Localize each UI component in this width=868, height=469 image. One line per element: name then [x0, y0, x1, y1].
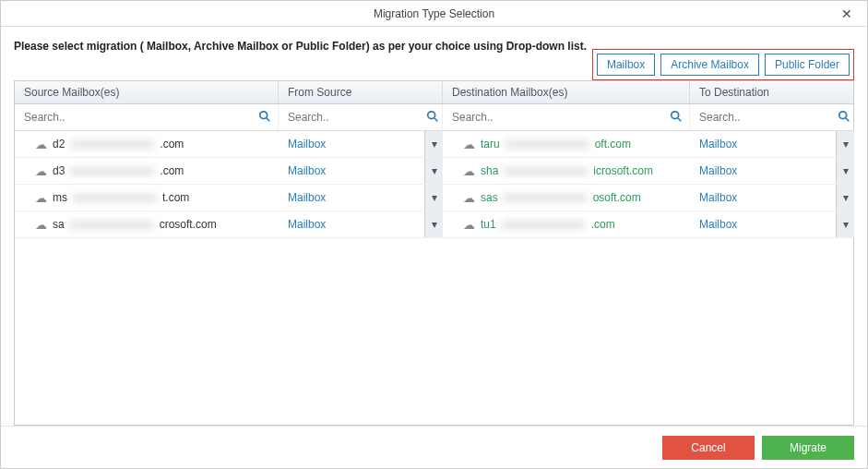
mailbox-text: taru — [481, 138, 500, 150]
dropdown-value: Mailbox — [288, 164, 326, 177]
mailbox-text: tu1 — [481, 218, 496, 231]
redacted-text: xxxxxxxxxxxxxx — [70, 218, 154, 231]
cancel-button[interactable]: Cancel — [662, 436, 755, 460]
chevron-down-icon[interactable]: ▾ — [836, 185, 854, 210]
cloud-icon: ☁ — [35, 138, 47, 151]
to-dest-dropdown[interactable]: Mailbox▾ — [690, 131, 854, 157]
from-source-dropdown[interactable]: Mailbox▾ — [279, 185, 443, 210]
search-icon[interactable] — [667, 110, 685, 126]
mailbox-text: .com — [160, 164, 184, 177]
mailbox-text: oft.com — [595, 138, 631, 150]
search-icon[interactable] — [256, 110, 274, 126]
chevron-down-icon[interactable]: ▾ — [424, 158, 443, 184]
redacted-text: xxxxxxxxxxxxxx — [504, 191, 588, 204]
cloud-icon: ☁ — [463, 191, 475, 205]
column-headers: Source Mailbox(es) From Source Destinati… — [15, 81, 853, 104]
dropdown-value: Mailbox — [699, 218, 737, 231]
to-dest-dropdown[interactable]: Mailbox▾ — [690, 185, 854, 210]
mailbox-text: osoft.com — [593, 191, 641, 204]
svg-point-6 — [839, 111, 847, 118]
search-icon[interactable] — [426, 110, 439, 126]
search-row — [15, 104, 853, 131]
from-source-dropdown[interactable]: Mailbox▾ — [279, 131, 443, 157]
from-source-dropdown[interactable]: Mailbox▾ — [279, 211, 443, 237]
search-from-source[interactable] — [288, 111, 426, 124]
title-bar: Migration Type Selection ✕ — [1, 1, 867, 27]
redacted-text: xxxxxxxxxxxxxx — [70, 164, 154, 177]
dest-mailbox-cell[interactable]: ☁sasxxxxxxxxxxxxxxosoft.com — [443, 185, 690, 210]
public-folder-button[interactable]: Public Folder — [765, 54, 850, 76]
cloud-icon: ☁ — [35, 164, 47, 178]
svg-point-0 — [260, 111, 268, 118]
redacted-text: xxxxxxxxxxxxxx — [504, 164, 588, 177]
source-mailbox-cell[interactable]: ☁saxxxxxxxxxxxxxxcrosoft.com — [15, 211, 279, 237]
svg-line-3 — [434, 117, 438, 121]
dropdown-value: Mailbox — [288, 218, 326, 231]
window-title: Migration Type Selection — [374, 7, 494, 20]
redacted-text: xxxxxxxxxxxxxx — [73, 191, 157, 204]
svg-line-1 — [267, 117, 270, 121]
migration-type-group: Mailbox Archive Mailbox Public Folder — [592, 49, 854, 80]
redacted-text: xxxxxxxxxxxxxx — [505, 138, 589, 150]
dest-mailbox-cell[interactable]: ☁taruxxxxxxxxxxxxxxoft.com — [443, 131, 690, 157]
to-dest-dropdown[interactable]: Mailbox▾ — [690, 158, 854, 184]
header-to-dest: To Destination — [690, 81, 854, 103]
redacted-text: xxxxxxxxxxxxxx — [70, 138, 154, 150]
search-dest-mailbox[interactable] — [452, 111, 667, 124]
mapping-row: ☁d2xxxxxxxxxxxxxx.comMailbox▾☁taruxxxxxx… — [15, 131, 853, 158]
chevron-down-icon[interactable]: ▾ — [424, 131, 443, 157]
header-from-source: From Source — [279, 81, 443, 103]
mailbox-text: .com — [160, 138, 184, 150]
cloud-icon: ☁ — [463, 218, 475, 232]
svg-point-4 — [672, 111, 679, 118]
mailbox-text: d2 — [53, 138, 65, 150]
mapping-grid: Source Mailbox(es) From Source Destinati… — [14, 80, 854, 426]
mailbox-text: sa — [53, 218, 65, 231]
close-button[interactable]: ✕ — [834, 1, 860, 27]
redacted-text: xxxxxxxxxxxxxx — [502, 218, 586, 231]
mailbox-text: t.com — [162, 191, 189, 204]
chevron-down-icon[interactable]: ▾ — [836, 211, 854, 237]
search-icon[interactable] — [838, 110, 850, 126]
svg-point-2 — [428, 111, 435, 118]
source-mailbox-cell[interactable]: ☁msxxxxxxxxxxxxxxt.com — [15, 185, 279, 210]
cloud-icon: ☁ — [35, 191, 47, 205]
mailbox-text: sha — [481, 164, 498, 177]
header-source-mailbox: Source Mailbox(es) — [15, 81, 279, 103]
chevron-down-icon[interactable]: ▾ — [836, 131, 854, 157]
cloud-icon: ☁ — [463, 138, 475, 151]
search-to-dest[interactable] — [699, 111, 838, 124]
dropdown-value: Mailbox — [288, 138, 326, 150]
dest-mailbox-cell[interactable]: ☁tu1xxxxxxxxxxxxxx.com — [443, 211, 690, 237]
mailbox-text: .com — [591, 218, 615, 231]
mapping-row: ☁msxxxxxxxxxxxxxxt.comMailbox▾☁sasxxxxxx… — [15, 185, 853, 211]
chevron-down-icon[interactable]: ▾ — [424, 185, 443, 210]
dialog-footer: Cancel Migrate — [1, 426, 867, 468]
svg-line-5 — [678, 117, 682, 121]
mailbox-text: d3 — [53, 164, 65, 177]
dropdown-value: Mailbox — [288, 191, 326, 204]
chevron-down-icon[interactable]: ▾ — [424, 211, 443, 237]
migrate-button[interactable]: Migrate — [762, 436, 854, 460]
mailbox-text: ms — [53, 191, 67, 204]
mapping-row: ☁saxxxxxxxxxxxxxxcrosoft.comMailbox▾☁tu1… — [15, 211, 853, 238]
mailbox-text: sas — [481, 191, 498, 204]
dest-mailbox-cell[interactable]: ☁shaxxxxxxxxxxxxxxicrosoft.com — [443, 158, 690, 184]
source-mailbox-cell[interactable]: ☁d2xxxxxxxxxxxxxx.com — [15, 131, 279, 157]
dropdown-value: Mailbox — [699, 164, 737, 177]
mailbox-text: crosoft.com — [160, 218, 217, 231]
mailbox-text: icrosoft.com — [593, 164, 653, 177]
mailbox-button[interactable]: Mailbox — [597, 54, 655, 76]
mapping-row: ☁d3xxxxxxxxxxxxxx.comMailbox▾☁shaxxxxxxx… — [15, 158, 853, 185]
dropdown-value: Mailbox — [699, 138, 737, 150]
dropdown-value: Mailbox — [699, 191, 737, 204]
to-dest-dropdown[interactable]: Mailbox▾ — [690, 211, 854, 237]
search-source-mailbox[interactable] — [24, 111, 256, 124]
cloud-icon: ☁ — [35, 218, 47, 232]
chevron-down-icon[interactable]: ▾ — [836, 158, 854, 184]
header-dest-mailbox: Destination Mailbox(es) — [443, 81, 690, 103]
source-mailbox-cell[interactable]: ☁d3xxxxxxxxxxxxxx.com — [15, 158, 279, 184]
cloud-icon: ☁ — [463, 164, 475, 178]
archive-mailbox-button[interactable]: Archive Mailbox — [660, 54, 759, 76]
from-source-dropdown[interactable]: Mailbox▾ — [279, 158, 443, 184]
